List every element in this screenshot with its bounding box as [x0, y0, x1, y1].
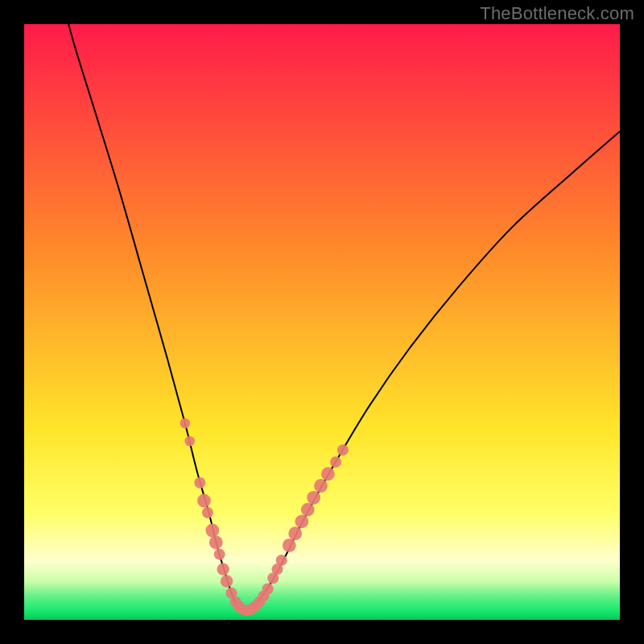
- chart-frame: TheBottleneck.com: [0, 0, 644, 644]
- marker-dot: [283, 539, 296, 552]
- plot-area: [24, 24, 620, 620]
- marker-dot: [197, 494, 211, 508]
- marker-dot: [217, 563, 229, 575]
- bottleneck-curve: [54, 24, 620, 611]
- marker-dot: [209, 535, 223, 549]
- curve-markers: [180, 419, 349, 617]
- marker-dot: [307, 491, 320, 505]
- marker-dot: [314, 479, 328, 493]
- marker-dot: [330, 456, 341, 468]
- marker-dot: [337, 444, 349, 456]
- marker-dot: [301, 503, 315, 517]
- marker-dot: [184, 436, 195, 447]
- chart-svg: [24, 24, 620, 620]
- marker-dot: [202, 507, 213, 518]
- marker-dot: [205, 524, 219, 538]
- marker-dot: [276, 555, 287, 566]
- marker-dot: [214, 549, 225, 560]
- marker-dot: [180, 419, 191, 429]
- marker-dot: [288, 526, 302, 540]
- watermark-text: TheBottleneck.com: [480, 3, 634, 24]
- marker-dot: [262, 584, 274, 595]
- marker-dot: [295, 515, 308, 529]
- marker-dot: [194, 477, 205, 489]
- marker-dot: [321, 467, 335, 481]
- marker-dot: [221, 575, 233, 587]
